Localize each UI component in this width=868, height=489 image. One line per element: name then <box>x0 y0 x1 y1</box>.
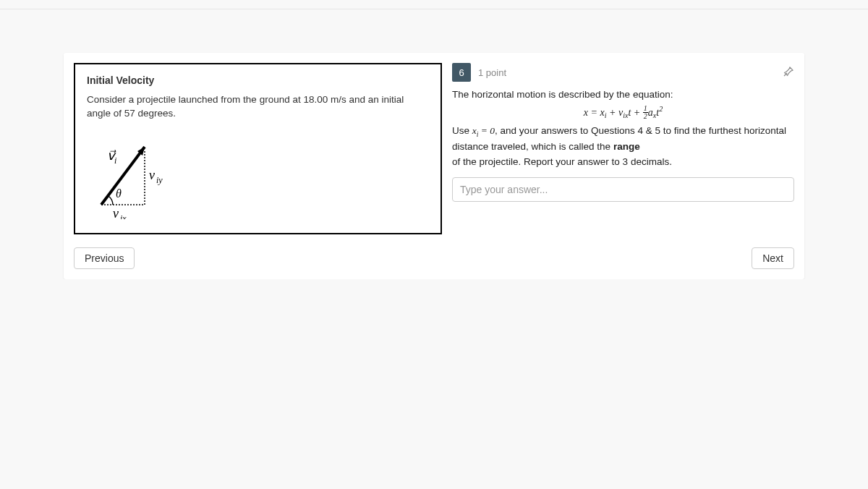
question-line-2: Use xi = 0, and your answers to Question… <box>452 124 794 140</box>
content-row: Initial Velocity Consider a projectile l… <box>74 63 794 234</box>
next-button[interactable]: Next <box>752 247 794 269</box>
svg-text:v: v <box>149 168 155 182</box>
velocity-diagram: v⃗ i v iy θ v ix <box>87 125 174 219</box>
context-panel: Initial Velocity Consider a projectile l… <box>74 63 442 234</box>
question-line-1: The horizontal motion is described by th… <box>452 88 794 103</box>
pin-icon[interactable] <box>783 66 794 80</box>
range-word: range <box>613 141 640 152</box>
question-header: 6 1 point <box>452 63 794 82</box>
context-title: Initial Velocity <box>87 75 429 86</box>
svg-text:i: i <box>114 156 116 166</box>
svg-text:iy: iy <box>156 175 163 185</box>
svg-text:ix: ix <box>120 213 127 219</box>
equation-inline: xi = 0 <box>472 125 495 136</box>
question-points: 1 point <box>478 67 775 78</box>
equation-main: x = xi + vixt + 12axt2 <box>452 103 794 122</box>
nav-row: Previous Next <box>74 247 794 269</box>
question-line-4: of the projectile. Report your answer to… <box>452 155 794 170</box>
context-description: Consider a projectile launched from the … <box>87 93 429 121</box>
question-panel: 6 1 point The horizontal motion is descr… <box>452 63 794 234</box>
previous-button[interactable]: Previous <box>74 247 135 269</box>
question-card: Initial Velocity Consider a projectile l… <box>64 53 804 279</box>
svg-text:θ: θ <box>116 187 122 200</box>
page: Initial Velocity Consider a projectile l… <box>0 0 868 279</box>
question-line-3: distance traveled, which is called the r… <box>452 140 794 155</box>
svg-text:v: v <box>113 206 119 219</box>
question-number: 6 <box>452 63 471 82</box>
top-divider <box>0 9 868 9</box>
question-body: The horizontal motion is described by th… <box>452 88 794 170</box>
answer-input[interactable] <box>452 177 794 202</box>
